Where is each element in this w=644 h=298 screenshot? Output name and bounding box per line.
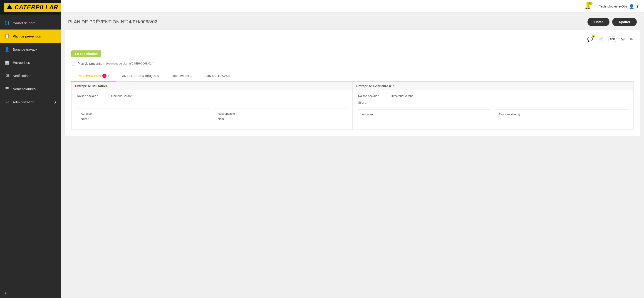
ee-mail-icon[interactable]: ✉ [518, 114, 520, 117]
ee-raison-label: Raison sociale : [358, 94, 385, 98]
comment-badge: 0 [592, 35, 595, 38]
ajouter-button[interactable]: Ajouter [612, 18, 637, 26]
ee-title: Entreprise extérieure n° 1 [353, 82, 633, 90]
eu-nom2-label: Nom : [218, 117, 343, 120]
globe-icon: 🌐 [4, 20, 10, 26]
page-title: PLAN DE PRÉVENTION N°24/EH/0068/02 [68, 19, 157, 24]
tab-documents[interactable]: DOCUMENTS [165, 71, 198, 82]
logo: CATERPILLAR [4, 3, 61, 12]
sidebar-label-entreprises: Entreprises [13, 61, 30, 64]
tab-risques[interactable]: ANALYSE DES RISQUES [116, 71, 165, 82]
sidebar-label-administration: Administration [13, 100, 34, 104]
ee-adresse-box: Adresse [358, 109, 491, 121]
status-badge: En exploitation [71, 50, 101, 57]
eu-raison-row: Raison sociale : Directeur/Gérant : [77, 94, 347, 98]
user-icon: 👤 [4, 47, 10, 52]
card-toolbar: 💬 0 📄 PDF ✉ ✏ [71, 35, 634, 46]
tab-risques-label: ANALYSE DES RISQUES [122, 74, 159, 78]
main: 🔔 144 | Technologies e-Obs 👤 ❯ PLAN DE P… [61, 0, 644, 298]
user-avatar-icon: 👤 [629, 4, 634, 9]
content: PLAN DE PRÉVENTION N°24/EH/0068/02 Liste… [61, 13, 644, 298]
topbar-user[interactable]: Technologies e-Obs 👤 ❯ [599, 4, 638, 9]
tab-intervention[interactable]: INTERVENTION ! ▾ [71, 71, 116, 82]
plan-link[interactable]: 📄 Plan de prévention (Avenant du plan n°… [71, 61, 634, 66]
ee-siret-label: Siret : [358, 101, 385, 104]
sidebar: CATERPILLAR 🌐 Carnet de bord 📋 Plan de p… [0, 0, 61, 298]
envelope-icon: ✉ [4, 73, 10, 78]
tabs: INTERVENTION ! ▾ ANALYSE DES RISQUES DOC… [71, 71, 634, 82]
sidebar-item-nomenclatures[interactable]: ☰ Nomenclatures [0, 82, 61, 96]
eu-adresse-label: Adresse [81, 112, 206, 116]
tab-error-badge: ! [102, 74, 106, 78]
ee-raison-row: Raison sociale : Directeur/Gérant : [358, 94, 628, 98]
topbar-chevron-icon: ❯ [636, 4, 638, 8]
clipboard-icon: 📋 [4, 34, 10, 38]
tab-dropdown-icon: ▾ [108, 74, 110, 78]
comment-icon[interactable]: 💬 0 [587, 36, 593, 42]
plan-link-sub: (Avenant du plan n°24/EH/0068/01 ) [106, 62, 154, 65]
lister-button[interactable]: Lister [588, 18, 610, 26]
sidebar-item-carnet[interactable]: 🌐 Carnet de bord [0, 16, 61, 30]
sidebar-item-notifications[interactable]: ✉ Notifications [0, 69, 61, 82]
sidebar-item-administration[interactable]: ⚙ Administration ❯ [0, 96, 61, 108]
logo-area: CATERPILLAR [0, 0, 61, 14]
gear-icon: ⚙ [4, 100, 10, 104]
sidebar-collapse[interactable]: ❮ [0, 288, 61, 298]
eu-directeur-label: Directeur/Gérant : [110, 94, 137, 98]
ee-responsable-label: Responsable [499, 113, 516, 116]
plan-link-text: Plan de prévention [78, 62, 104, 66]
eu-adresse-box: Adresse Nom : [77, 108, 210, 125]
sidebar-label-nomenclatures: Nomenclatures [13, 87, 36, 91]
edit-icon[interactable]: ✏ [630, 36, 634, 42]
pdf-icon[interactable]: PDF [608, 36, 616, 42]
notification-badge: 144 [586, 2, 592, 5]
notification-bell[interactable]: 🔔 144 [584, 4, 591, 9]
ee-directeur-label: Directeur/Gérant : [391, 94, 418, 98]
entreprise-utilisatrice: Entreprise utilisatrice Raison sociale :… [71, 82, 352, 130]
entreprise-exterieure: Entreprise extérieure n° 1 Raison social… [352, 82, 634, 130]
sidebar-nav: 🌐 Carnet de bord 📋 Plan de prévention 👤 … [0, 14, 61, 288]
sidebar-label-bons: Bons de travaux [13, 48, 37, 51]
sidebar-label-prevention: Plan de prévention [13, 34, 41, 38]
logo-text: CATERPILLAR [14, 4, 58, 11]
eu-responsable-box: Responsable Nom : [214, 108, 347, 125]
tab-documents-label: DOCUMENTS [172, 74, 192, 78]
cat-icon [6, 4, 13, 11]
eu-raison-label: Raison sociale : [77, 94, 104, 98]
ee-responsable-box: Responsable ✉ [495, 109, 628, 121]
sidebar-item-bons[interactable]: 👤 Bons de travaux [0, 43, 61, 56]
tab-bon[interactable]: BON DE TRAVAIL [198, 71, 237, 82]
tab-intervention-label: INTERVENTION [78, 74, 101, 78]
sidebar-label-notifications: Notifications [13, 74, 31, 78]
eu-nom-label: Nom : [81, 117, 206, 120]
topbar-username: Technologies e-Obs [599, 4, 627, 8]
sidebar-item-prevention[interactable]: 📋 Plan de prévention [0, 30, 61, 43]
pdf-link-icon: 📄 [71, 61, 76, 66]
topbar-divider: | [594, 4, 596, 9]
main-card: 💬 0 📄 PDF ✉ ✏ En exploitation 📄 Plan de … [65, 30, 640, 136]
building-icon: 🏢 [4, 60, 10, 65]
chevron-right-icon: ❯ [54, 100, 56, 104]
ee-siret-row: Siret : [358, 101, 628, 104]
sidebar-item-entreprises[interactable]: 🏢 Entreprises [0, 56, 61, 69]
topbar: 🔔 144 | Technologies e-Obs 👤 ❯ [61, 0, 644, 13]
page-header: PLAN DE PRÉVENTION N°24/EH/0068/02 Liste… [61, 13, 644, 30]
ee-adresse-label: Adresse [362, 113, 487, 116]
section-grid: Entreprise utilisatrice Raison sociale :… [71, 82, 634, 130]
tab-bon-label: BON DE TRAVAIL [204, 74, 231, 78]
eu-title: Entreprise utilisatrice [72, 82, 352, 90]
header-buttons: Lister Ajouter [588, 18, 637, 26]
ee-responsable-row: Responsable ✉ [499, 113, 624, 118]
email-icon[interactable]: ✉ [621, 36, 625, 42]
list-icon: ☰ [4, 86, 10, 91]
eu-responsable-label: Responsable [218, 112, 343, 116]
document-icon[interactable]: 📄 [598, 36, 604, 42]
sidebar-label-carnet: Carnet de bord [13, 21, 36, 25]
svg-marker-0 [6, 4, 12, 9]
pdf-label: PDF [610, 38, 615, 41]
collapse-icon: ❮ [4, 292, 7, 295]
